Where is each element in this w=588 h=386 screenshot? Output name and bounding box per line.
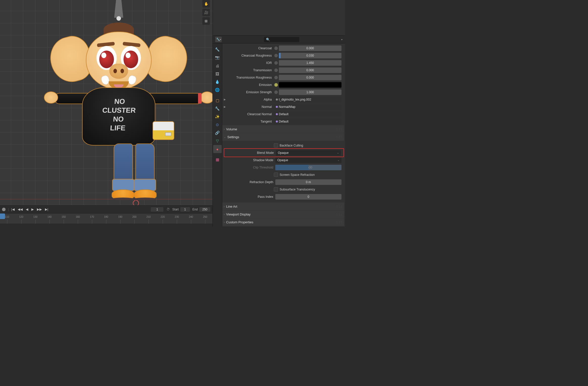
jump-end-button[interactable]: ▶| [44, 207, 49, 212]
tab-object[interactable]: ▢ [213, 96, 222, 105]
tick-label: 150 [62, 215, 66, 218]
current-frame-field[interactable]: 1 [151, 207, 163, 212]
clearcoat-socket[interactable] [274, 46, 278, 50]
clip-threshold-slider: 0.500 [275, 165, 341, 170]
start-label: Start [172, 208, 179, 211]
tick-label: 180 [104, 215, 108, 218]
character-head [73, 32, 164, 90]
emission-strength-socket[interactable] [274, 90, 278, 94]
screen-space-refraction-label: Screen Space Refraction [280, 173, 315, 177]
screen-space-refraction-checkbox[interactable] [274, 173, 278, 177]
panel-volume[interactable]: ›Volume⋮⋮⋮ [222, 125, 344, 133]
refraction-depth-slider[interactable]: 0 m [275, 179, 341, 185]
character-model[interactable]: NO CLUSTER NO LIFE [28, 3, 210, 202]
backface-culling-label: Backface Culling [280, 144, 303, 147]
properties-tabs: 🔧 📷 🖨 🖼 💧 🌐 ▢ 🔧 ✨ ⊙ 🔗 ▽ ● ▦ [213, 43, 222, 227]
tick-label: 200 [132, 215, 137, 218]
clearcoat-roughness-socket[interactable] [274, 54, 278, 57]
tab-texture[interactable]: ▦ [213, 156, 222, 164]
options-dropdown[interactable]: ▾ [341, 38, 342, 41]
clip-threshold-label: Clip Threshold [229, 166, 275, 169]
emission-strength-slider[interactable]: 1.000 [279, 89, 341, 95]
outliner-area[interactable] [212, 0, 345, 35]
tick-label: 240 [189, 215, 193, 218]
pass-index-slider[interactable]: 0 [275, 194, 341, 200]
tick-label: 250 [203, 215, 207, 218]
clearcoat-roughness-slider[interactable]: 0.030 [279, 53, 341, 58]
transmission-roughness-socket[interactable] [274, 76, 278, 79]
tab-modifier[interactable]: 🔧 [213, 105, 222, 113]
emission-socket[interactable] [274, 83, 278, 87]
alpha-label: Alpha [228, 98, 273, 101]
keyframe-next-button[interactable]: ▶▶ [36, 207, 43, 212]
transmission-socket[interactable] [274, 68, 278, 72]
backface-culling-checkbox[interactable] [274, 143, 278, 148]
alpha-expand[interactable]: ▶ [222, 98, 227, 101]
tick-label: 210 [146, 215, 151, 218]
alpha-link[interactable]: t_digimotto_tex.png.002 [274, 97, 341, 102]
blend-mode-select[interactable]: Opaque⌄ [276, 150, 341, 156]
auto-keying-toggle[interactable] [2, 208, 6, 211]
tab-view-layer[interactable]: 🖼 [213, 70, 222, 78]
tick-label: 170 [90, 215, 94, 218]
normal-expand[interactable]: ▶ [222, 105, 227, 108]
clearcoat-roughness-label: Clearcoat Roughness [228, 54, 273, 57]
character-bag [153, 121, 174, 140]
tab-tool[interactable]: 🔧 [213, 45, 222, 54]
tab-scene[interactable]: 💧 [213, 78, 222, 86]
tab-world[interactable]: 🌐 [213, 86, 222, 94]
tab-particle[interactable]: ✨ [213, 113, 222, 121]
jump-start-button[interactable]: |◀ [10, 207, 15, 212]
pan-icon[interactable]: ✋ [202, 0, 210, 8]
tab-output[interactable]: 🖨 [213, 62, 222, 70]
tick-label: 130 [33, 215, 38, 218]
pass-index-label: Pass Index [229, 195, 275, 199]
transmission-slider[interactable]: 0.000 [279, 67, 341, 73]
tick-label: 110 [5, 215, 9, 218]
blend-mode-label: Blend Mode [230, 151, 275, 155]
blend-mode-highlight: Blend Mode Opaque⌄ [224, 148, 344, 157]
end-label: End [192, 208, 198, 211]
viewport-overlay-icons: ✋ 🎥 ⊞ [202, 0, 210, 26]
transmission-roughness-slider[interactable]: 0.000 [279, 75, 341, 80]
panel-custom-properties[interactable]: ›Custom Properties⋮⋮⋮ [222, 218, 344, 226]
properties-search[interactable]: 🔍 [264, 37, 299, 42]
tab-constraint[interactable]: 🔗 [213, 129, 222, 137]
camera-icon[interactable]: 🎥 [202, 9, 210, 16]
tab-render[interactable]: 📷 [213, 54, 222, 62]
grid-icon[interactable]: ⊞ [202, 17, 210, 25]
ior-label: IOR [228, 61, 273, 65]
play-reverse-button[interactable]: ◀ [25, 207, 29, 212]
start-frame-field[interactable]: 1 [180, 207, 190, 212]
tab-data[interactable]: ▽ [213, 137, 222, 145]
emission-color[interactable] [279, 82, 341, 88]
viewport-3d[interactable]: NO CLUSTER NO LIFE ✋ 🎥 ⊞ [0, 0, 212, 205]
cursor-3d [133, 200, 139, 205]
ior-slider[interactable]: 1.450 [279, 60, 341, 66]
end-frame-field[interactable]: 250 [199, 207, 210, 212]
tick-label: 140 [47, 215, 52, 218]
clearcoat-normal-link[interactable]: Default [274, 111, 341, 117]
subsurface-translucency-checkbox[interactable] [274, 187, 278, 191]
transmission-roughness-label: Transmission Roughness [228, 76, 273, 79]
tab-material[interactable]: ● [213, 145, 222, 153]
timeline-ruler[interactable]: 1101201301401501601701801902002102202302… [0, 213, 212, 224]
transmission-label: Transmission [228, 68, 273, 72]
shadow-mode-select[interactable]: Opaque⌄ [275, 157, 341, 163]
editor-type-selector[interactable]: 🔧▾ [215, 37, 222, 42]
panel-viewport-display[interactable]: ›Viewport Display⋮⋮⋮ [222, 210, 344, 218]
play-button[interactable]: ▶ [31, 207, 35, 212]
playhead[interactable] [0, 213, 5, 219]
panel-line-art[interactable]: ›Line Art⋮⋮⋮ [222, 203, 344, 210]
keyframe-prev-button[interactable]: ◀◀ [17, 207, 23, 212]
normal-link[interactable]: Normal/Map [274, 104, 341, 110]
shadow-mode-label: Shadow Mode [229, 158, 275, 162]
clearcoat-slider[interactable]: 0.000 [279, 45, 341, 51]
tangent-link[interactable]: Default [274, 119, 341, 124]
panel-settings[interactable]: ⌄Settings⋮⋮⋮ [222, 133, 344, 141]
tab-physics[interactable]: ⊙ [213, 121, 222, 129]
ior-socket[interactable] [274, 61, 278, 65]
tick-label: 120 [19, 215, 23, 218]
tick-label: 220 [161, 215, 165, 218]
properties-panel: 🔧 📷 🖨 🖼 💧 🌐 ▢ 🔧 ✨ ⊙ 🔗 ▽ ● ▦ Clearcoat 0.… [212, 43, 345, 227]
